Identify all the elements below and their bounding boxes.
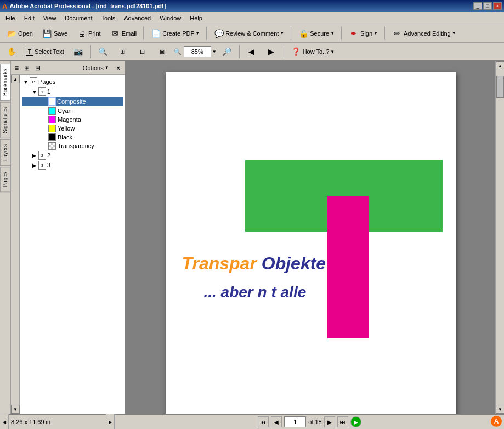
bookmarks-tree-btn[interactable]: ⊟ [33,63,42,74]
tree-item-page1[interactable]: ▼ 1 1 [22,87,123,97]
menu-document[interactable]: Document [60,14,97,22]
tree-item-page2[interactable]: ▶ 2 2 [22,150,123,160]
menu-file[interactable]: File [1,14,20,22]
bookmarks-toolbar: ≡ ⊞ ⊟ Options ▼ × [11,61,125,75]
save-button[interactable]: 💾 Save [38,26,71,41]
minimize-button[interactable]: _ [473,2,482,10]
pages-folder-icon: P [30,77,37,86]
options-button[interactable]: Options ▼ [80,63,112,74]
transparency-icon [48,142,56,150]
hand-tool-button[interactable]: ✋ [2,44,21,59]
expand-page1-icon[interactable]: ▼ [31,88,38,95]
tree-item-black[interactable]: Black [22,133,123,142]
zoom-in-icon: 🔎 [222,46,233,57]
prev-page-toolbar-button[interactable]: ◀ [242,44,261,59]
signatures-tab[interactable]: Signatures [0,102,10,138]
acrobat-logo: A [491,416,502,427]
last-page-button[interactable]: ⏭ [337,416,348,427]
scroll-down-button[interactable]: ▼ [496,405,504,414]
prev-page-icon: ◀ [246,46,257,57]
tree-item-cyan[interactable]: Cyan [22,106,123,115]
tree-item-pages[interactable]: ▼ P Pages [22,77,123,87]
expand-page3-icon[interactable]: ▶ [31,161,38,169]
tree-icon: ⊟ [35,64,41,72]
create-pdf-dropdown-icon[interactable]: ▼ [195,31,200,36]
fit-width-button[interactable]: ⊠ [153,44,172,59]
text-cursor-icon: T [26,48,33,56]
bookmarks-tab[interactable]: Bookmarks [0,64,10,101]
sign-button[interactable]: ✒ Sign ▼ [344,26,382,41]
tree-item-magenta[interactable]: Magenta [22,115,123,124]
tree-item-transparency[interactable]: Transparency [22,142,123,150]
panel-scroll-up[interactable]: ▲ [11,75,20,83]
text-line-2: ... aber n t alle [204,284,307,301]
secure-button[interactable]: 🔒 Secure ▼ [294,26,338,41]
sign-dropdown-icon[interactable]: ▼ [373,31,378,36]
close-button[interactable]: × [493,2,502,10]
menu-help[interactable]: Help [185,14,207,22]
play-button[interactable]: ▶ [350,416,361,427]
next-page-button[interactable]: ▶ [324,416,335,427]
advanced-editing-icon: ✏ [392,28,403,39]
bookmarks-list-btn[interactable]: ≡ [13,63,20,74]
black-color-icon [48,133,56,141]
review-dropdown-icon[interactable]: ▼ [280,31,284,36]
advanced-editing-button[interactable]: ✏ Advanced Editing ▼ [388,26,460,41]
print-button[interactable]: 🖨 Print [72,26,105,41]
email-icon: ✉ [110,28,121,39]
tree-item-page3[interactable]: ▶ 3 3 [22,160,123,170]
review-button[interactable]: 💬 Review & Comment ▼ [209,26,288,41]
snapshot-button[interactable]: 📷 [69,44,88,59]
text-line-1: Transpar Objekte [182,253,326,274]
review-icon: 💬 [213,28,224,39]
close-panel-button[interactable]: × [114,63,123,74]
zoom-out-button[interactable]: 🔍 [94,44,112,59]
zoom-dropdown-icon[interactable]: ▼ [212,49,217,54]
right-scrollbar: ▲ ▼ [495,61,504,414]
layers-tab[interactable]: Layers [0,139,10,166]
pdf-view-area[interactable]: Transpar Objekte ... aber n t alle [126,61,495,414]
menu-bar: File Edit View Document Tools Advanced W… [0,12,504,24]
email-button[interactable]: ✉ Email [106,26,141,41]
print-icon: 🖨 [76,28,87,39]
scroll-thumb[interactable] [496,76,504,98]
zoom-select-button[interactable]: ⊞ [114,44,132,59]
create-pdf-button[interactable]: 📄 Create PDF ▼ [146,26,203,41]
scroll-up-button[interactable]: ▲ [496,61,504,70]
menu-window[interactable]: Window [155,14,185,22]
next-page-toolbar-button[interactable]: ▶ [262,44,281,59]
tree-item-composite[interactable]: Composite [22,97,123,106]
expand-pages-icon[interactable]: ▼ [22,78,30,86]
expand-page2-icon[interactable]: ▶ [31,151,38,159]
zoom-input[interactable]: 85% [184,46,211,57]
current-page-input[interactable] [284,416,306,427]
pdf-page: Transpar Objekte ... aber n t alle [166,72,456,414]
select-text-button[interactable]: T Select Text [22,44,68,59]
menu-tools[interactable]: Tools [97,14,120,22]
menu-edit[interactable]: Edit [20,14,39,22]
prev-page-button[interactable]: ◀ [271,416,282,427]
maximize-button[interactable]: □ [483,2,492,10]
pages-tab[interactable]: Pages [0,167,10,192]
main-area: Bookmarks Signatures Layers Pages ≡ ⊞ ⊟ … [0,61,504,414]
panel-scroll-down[interactable]: ▼ [11,405,20,414]
advanced-editing-dropdown-icon[interactable]: ▼ [452,31,456,36]
separator-6 [90,45,91,58]
open-button[interactable]: 📂 Open [2,26,37,41]
panel-scroll-left[interactable]: ◀ [0,414,9,429]
separator-2 [206,27,207,40]
fit-page-button[interactable]: ⊟ [133,44,152,59]
howto-button[interactable]: ❓ How To..? ▼ [287,44,339,59]
howto-dropdown-icon[interactable]: ▼ [330,49,335,54]
fit-width-icon: ⊠ [157,46,168,57]
bookmarks-grid-btn[interactable]: ⊞ [22,63,31,74]
first-page-button[interactable]: ⏮ [258,416,269,427]
howto-icon: ❓ [291,46,302,57]
panel-scroll-right[interactable]: ▶ [106,414,115,429]
menu-advanced[interactable]: Advanced [120,14,155,22]
secure-dropdown-icon[interactable]: ▼ [330,31,335,36]
magenta-color-icon [48,116,56,123]
tree-item-yellow[interactable]: Yellow [22,124,123,133]
zoom-in-button[interactable]: 🔎 [218,44,236,59]
menu-view[interactable]: View [39,14,61,22]
